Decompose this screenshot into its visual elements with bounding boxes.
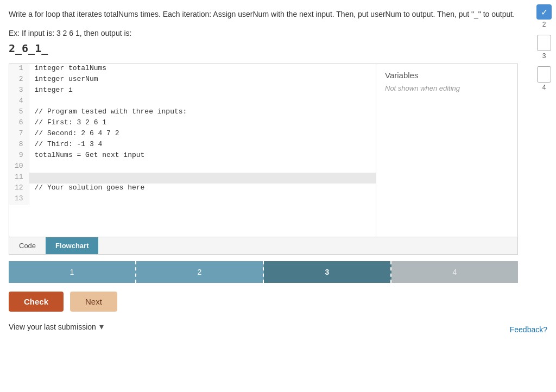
check-button[interactable]: Check xyxy=(9,292,64,312)
sidebar-num-2: 2 xyxy=(542,21,546,28)
table-row: 3integer i xyxy=(9,86,376,97)
table-row: 9totalNums = Get next input xyxy=(9,151,376,162)
table-row: 7// Second: 2 6 4 7 2 xyxy=(9,129,376,140)
table-row: 6// First: 3 2 6 1 xyxy=(9,118,376,129)
example-label: Ex: If input is: 3 2 6 1, then output is… xyxy=(9,29,518,37)
main-content: Write a for loop that iterates totalNums… xyxy=(0,0,527,340)
line-code: integer i xyxy=(29,86,376,97)
table-row: 2integer userNum xyxy=(9,75,376,86)
line-number: 13 xyxy=(9,194,29,205)
table-row: 1integer totalNums xyxy=(9,64,376,75)
table-row: 5// Program tested with three inputs: xyxy=(9,108,376,118)
line-code: // Your solution goes here xyxy=(29,184,376,194)
line-number: 11 xyxy=(9,173,29,184)
progress-bar: 1234 xyxy=(9,261,518,283)
line-code: totalNums = Get next input xyxy=(29,151,376,162)
progress-segment-1[interactable]: 1 xyxy=(9,261,136,283)
line-number: 10 xyxy=(9,162,29,173)
progress-segment-3[interactable]: 3 xyxy=(264,261,391,283)
table-row: 11 xyxy=(9,173,376,184)
line-number: 2 xyxy=(9,75,29,86)
code-table: 1integer totalNums2integer userNum3integ… xyxy=(9,64,376,205)
line-code: // Third: -1 3 4 xyxy=(29,140,376,151)
line-number: 12 xyxy=(9,184,29,194)
next-button[interactable]: Next xyxy=(70,292,117,312)
sidebar-item-4[interactable]: 4 xyxy=(537,66,551,91)
line-number: 8 xyxy=(9,140,29,151)
actions-row: Check Next xyxy=(9,292,518,312)
sidebar-box-3 xyxy=(537,35,551,51)
table-row: 12// Your solution goes here xyxy=(9,184,376,194)
line-number: 7 xyxy=(9,129,29,140)
tabs-bar: Code Flowchart xyxy=(9,237,518,255)
checkmark-icon: ✓ xyxy=(536,4,552,20)
line-code xyxy=(29,162,376,173)
instruction-text: Write a for loop that iterates totalNums… xyxy=(9,9,518,20)
line-code: integer totalNums xyxy=(29,64,376,75)
code-area[interactable]: 1integer totalNums2integer userNum3integ… xyxy=(9,64,376,237)
line-number: 4 xyxy=(9,97,29,108)
line-code: // Second: 2 6 4 7 2 xyxy=(29,129,376,140)
line-code xyxy=(29,173,376,184)
progress-segment-2[interactable]: 2 xyxy=(136,261,264,283)
line-number: 6 xyxy=(9,118,29,129)
line-code: // Program tested with three inputs: xyxy=(29,108,376,118)
sidebar-box-4 xyxy=(537,66,551,83)
variables-title: Variables xyxy=(385,71,509,80)
view-submission[interactable]: View your last submission ▾ xyxy=(9,321,518,332)
tab-flowchart[interactable]: Flowchart xyxy=(46,237,98,254)
table-row: 4 xyxy=(9,97,376,108)
line-code: integer userNum xyxy=(29,75,376,86)
output-example: 2_6_1_ xyxy=(9,42,518,55)
table-row: 10 xyxy=(9,162,376,173)
line-number: 5 xyxy=(9,108,29,118)
line-code: // First: 3 2 6 1 xyxy=(29,118,376,129)
line-code xyxy=(29,97,376,108)
line-number: 1 xyxy=(9,64,29,75)
table-row: 8// Third: -1 3 4 xyxy=(9,140,376,151)
feedback-link[interactable]: Feedback? xyxy=(510,325,547,334)
right-sidebar: ✓ 2 3 4 xyxy=(532,0,556,96)
sidebar-num-3: 3 xyxy=(542,52,546,60)
line-code xyxy=(29,194,376,205)
table-row: 13 xyxy=(9,194,376,205)
view-submission-label: View your last submission xyxy=(9,323,96,331)
sidebar-num-4: 4 xyxy=(542,84,546,91)
line-number: 3 xyxy=(9,86,29,97)
sidebar-item-3[interactable]: 3 xyxy=(537,35,551,60)
sidebar-item-2[interactable]: ✓ 2 xyxy=(536,4,552,28)
progress-segment-4[interactable]: 4 xyxy=(391,261,518,283)
tab-code[interactable]: Code xyxy=(9,237,46,254)
chevron-down-icon: ▾ xyxy=(99,321,104,332)
editor-container: 1integer totalNums2integer userNum3integ… xyxy=(9,64,518,237)
variables-panel: Variables Not shown when editing xyxy=(376,64,517,237)
line-number: 9 xyxy=(9,151,29,162)
variables-subtitle: Not shown when editing xyxy=(385,84,509,92)
